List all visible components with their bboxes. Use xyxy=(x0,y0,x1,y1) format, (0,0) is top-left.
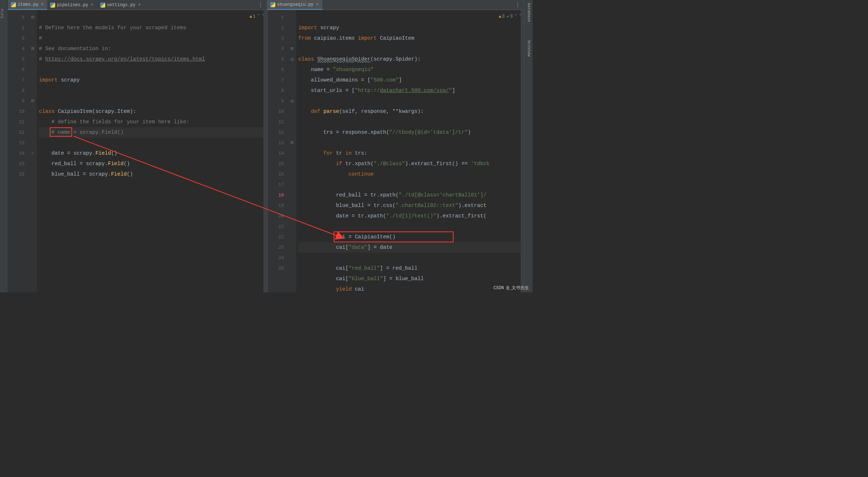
scrollbar[interactable] xyxy=(263,10,267,292)
python-file-icon xyxy=(100,3,105,8)
code-line: import scrapy xyxy=(39,77,80,83)
fold-gutter: ⊟⊟ ⊟⌐ xyxy=(29,10,37,292)
code-line: red_ball = tr.xpath("./td[@class='chartB… xyxy=(298,192,486,198)
code-line: from caipiao.items import CaipiaoItem xyxy=(298,35,414,41)
code-line: blue_ball = tr.css(".chartBall02::text")… xyxy=(298,203,486,208)
tab-items[interactable]: items.py × xyxy=(8,0,47,10)
code-line: blue_ball = scrapy.Field() xyxy=(39,171,133,177)
line-gutter: 1 2 3 4 5 6 7 8 9 10 11 12 13 14 15 16 xyxy=(8,10,29,292)
tab-pipelines[interactable]: pipelines.py × xyxy=(47,0,97,10)
chevron-up-icon[interactable]: ˄ xyxy=(515,12,517,22)
code-area-right[interactable]: import scrapy from caipiao.items import … xyxy=(296,10,524,292)
python-file-icon xyxy=(11,2,16,7)
warning-count: 1 xyxy=(250,12,255,22)
code-line xyxy=(298,224,302,229)
close-icon[interactable]: × xyxy=(41,2,44,7)
ok-count: 3 xyxy=(507,12,513,22)
code-line: cai["data"] = date xyxy=(298,242,524,253)
tab-overflow-icon[interactable]: ⋮ xyxy=(254,1,267,9)
warning-count: 3 xyxy=(499,12,504,22)
project-strip-label: ts\s xyxy=(0,9,4,18)
code-line: cai["blue_ball"] = blue_ball xyxy=(298,276,424,282)
tool-window-rail: Database SciView xyxy=(525,0,533,292)
inspection-widget[interactable]: 1 ˄ ˅ xyxy=(250,12,264,22)
editor-right[interactable]: 1 2 3 4 5 6 7 8 9 10 11 12 13 14 15 16 1 xyxy=(267,10,524,292)
code-line: red_ball = scrapy.Field() xyxy=(39,161,130,167)
code-line: cai = CaipiaoItem() xyxy=(298,234,396,240)
code-line: import scrapy xyxy=(298,25,339,31)
project-strip[interactable]: ts\s xyxy=(0,0,8,292)
code-line: trs = response.xpath("//tbody[@id='tdata… xyxy=(298,129,471,135)
close-icon[interactable]: × xyxy=(138,2,141,8)
tab-shuangseqiu[interactable]: shuangseqiu.py × xyxy=(267,0,322,10)
tab-label: pipelines.py xyxy=(57,3,88,8)
editor-pane-left: items.py × pipelines.py × settings.py × … xyxy=(8,0,267,292)
code-line: # https://docs.scrapy.org/en/latest/topi… xyxy=(39,56,205,62)
watermark: CSDN @_文书先生 xyxy=(494,285,529,291)
code-line: name = "shuangseqiu" xyxy=(298,67,374,72)
close-icon[interactable]: × xyxy=(91,2,94,8)
code-line: start_urls = ["http://datachart.500.com/… xyxy=(298,88,455,93)
tab-label: shuangseqiu.py xyxy=(277,2,313,7)
editor-left[interactable]: 1 2 3 4 5 6 7 8 9 10 11 12 13 14 15 16 xyxy=(8,10,267,292)
inspection-widget[interactable]: 3 3 ˄ ˅ xyxy=(499,12,521,22)
code-line xyxy=(298,46,302,52)
code-line: def parse(self, response, **kwargs): xyxy=(298,109,424,114)
database-tool-button[interactable]: Database xyxy=(527,3,531,22)
code-line: continue xyxy=(298,171,374,177)
code-line: class ShuangseqiuSpider(scrapy.Spider): xyxy=(298,56,420,62)
code-line: allowed_domains = ["500.com"] xyxy=(298,77,402,83)
editor-pane-right: shuangseqiu.py × ⋮ 1 2 3 4 5 6 7 8 9 10 xyxy=(267,0,525,292)
code-line: for tr in trs: xyxy=(298,150,367,156)
code-line: # See documentation in: xyxy=(39,46,111,52)
code-area-left[interactable]: # Define here the models for your scrape… xyxy=(37,10,267,292)
code-line xyxy=(298,98,302,104)
tab-settings[interactable]: settings.py × xyxy=(97,0,144,10)
code-line xyxy=(298,119,302,125)
code-line xyxy=(39,67,42,72)
tab-bar-right: shuangseqiu.py × ⋮ xyxy=(267,0,524,10)
close-icon[interactable]: × xyxy=(316,2,319,7)
scrollbar[interactable] xyxy=(521,10,524,292)
code-line xyxy=(39,98,42,104)
code-line: yield cai xyxy=(298,286,364,292)
code-line: cai["red_ball"] = red_ball xyxy=(298,265,418,271)
code-line: class CaipiaoItem(scrapy.Item): xyxy=(39,109,136,114)
sciview-tool-button[interactable]: SciView xyxy=(527,40,531,57)
code-line: if tr.xpath("./@class").extract_first() … xyxy=(298,161,490,167)
code-line xyxy=(298,182,302,187)
tab-bar-left: items.py × pipelines.py × settings.py × … xyxy=(8,0,267,10)
code-line: date = tr.xpath("./td[1]/text()").extrac… xyxy=(298,213,486,219)
code-line: # Define here the models for your scrape… xyxy=(39,25,186,31)
code-line xyxy=(39,88,42,93)
code-line: # xyxy=(39,35,42,41)
python-file-icon xyxy=(270,2,275,7)
code-line xyxy=(298,140,302,146)
code-line: date = scrapy.Field() xyxy=(39,150,117,156)
line-gutter: 1 2 3 4 5 6 7 8 9 10 11 12 13 14 15 16 1 xyxy=(267,10,288,292)
fold-gutter: ⊟ ◎ ◎ ⊟ xyxy=(288,10,296,292)
code-line: # define the fields for your item here l… xyxy=(39,119,190,125)
tab-label: items.py xyxy=(18,2,39,7)
code-line: # name = scrapy.Field() xyxy=(39,127,267,138)
python-file-icon xyxy=(50,3,55,8)
tab-label: settings.py xyxy=(107,3,135,8)
tab-overflow-icon[interactable]: ⋮ xyxy=(511,1,524,9)
chevron-up-icon[interactable]: ˄ xyxy=(258,12,260,22)
